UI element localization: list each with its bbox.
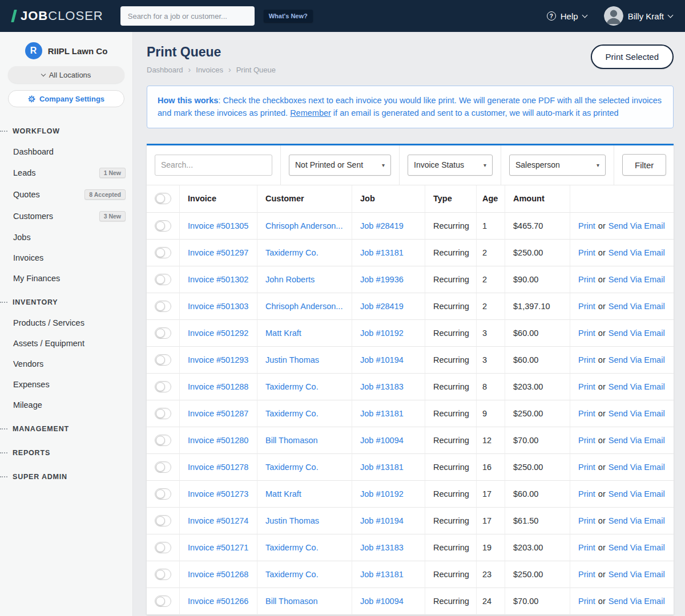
invoice-link[interactable]: Invoice #501305 <box>188 221 248 230</box>
invoice-link[interactable]: Invoice #501273 <box>188 489 248 499</box>
send-via-email-link[interactable]: Send Via Email <box>609 329 665 338</box>
customer-link[interactable]: Taxidermy Co. <box>265 543 319 552</box>
company-settings-button[interactable]: Company Settings <box>8 90 124 107</box>
sidebar-section-header[interactable]: MANAGEMENT <box>0 419 132 439</box>
job-link[interactable]: Job #13181 <box>360 248 404 257</box>
row-select-toggle[interactable] <box>155 408 171 419</box>
customer-link[interactable]: Taxidermy Co. <box>265 382 319 391</box>
invoice-link[interactable]: Invoice #501271 <box>188 543 248 552</box>
job-link[interactable]: Job #13183 <box>360 382 404 391</box>
job-link[interactable]: Job #13181 <box>360 570 404 579</box>
customer-link[interactable]: Taxidermy Co. <box>265 248 319 257</box>
invoice-link[interactable]: Invoice #501278 <box>188 463 248 472</box>
send-via-email-link[interactable]: Send Via Email <box>609 570 665 579</box>
filter-button[interactable]: Filter <box>622 154 666 176</box>
print-link[interactable]: Print <box>578 516 595 525</box>
invoice-status-select[interactable]: Invoice Status ▾ <box>408 155 493 176</box>
sidebar-item-leads[interactable]: Leads 1 New <box>0 162 132 184</box>
row-select-toggle[interactable] <box>155 515 171 526</box>
invoice-link[interactable]: Invoice #501280 <box>188 436 248 445</box>
send-via-email-link[interactable]: Send Via Email <box>609 382 665 391</box>
sidebar-item-vendors[interactable]: Vendors <box>0 354 132 374</box>
job-link[interactable]: Job #13183 <box>360 543 404 552</box>
job-link[interactable]: Job #28419 <box>360 302 404 311</box>
print-link[interactable]: Print <box>578 436 595 445</box>
invoice-link[interactable]: Invoice #501302 <box>188 275 248 284</box>
sidebar-section-header[interactable]: WORKFLOW <box>0 121 132 141</box>
send-via-email-link[interactable]: Send Via Email <box>609 221 665 230</box>
send-via-email-link[interactable]: Send Via Email <box>609 409 665 418</box>
job-link[interactable]: Job #19936 <box>360 275 404 284</box>
sidebar-item-jobs[interactable]: Jobs <box>0 227 132 248</box>
print-link[interactable]: Print <box>578 543 595 552</box>
send-via-email-link[interactable]: Send Via Email <box>609 597 665 606</box>
row-select-toggle[interactable] <box>155 488 171 500</box>
customer-link[interactable]: Bill Thomason <box>265 436 318 445</box>
send-via-email-link[interactable]: Send Via Email <box>609 275 665 284</box>
row-select-toggle[interactable] <box>155 595 171 607</box>
user-menu[interactable]: Billy Kraft <box>604 6 672 26</box>
row-select-toggle[interactable] <box>155 220 171 232</box>
print-link[interactable]: Print <box>578 302 595 311</box>
print-link[interactable]: Print <box>578 248 595 257</box>
job-link[interactable]: Job #10194 <box>360 516 404 525</box>
send-via-email-link[interactable]: Send Via Email <box>609 516 665 525</box>
breadcrumb-invoices[interactable]: Invoices <box>196 66 223 74</box>
invoice-link[interactable]: Invoice #501292 <box>188 329 248 338</box>
send-via-email-link[interactable]: Send Via Email <box>609 355 665 364</box>
printed-status-select[interactable]: Not Printed or Sent ▾ <box>289 155 391 176</box>
row-select-toggle[interactable] <box>155 354 171 366</box>
global-search-input[interactable] <box>120 6 255 26</box>
print-link[interactable]: Print <box>578 570 595 579</box>
send-via-email-link[interactable]: Send Via Email <box>609 436 665 445</box>
customer-link[interactable]: Justin Thomas <box>265 516 319 525</box>
row-select-toggle[interactable] <box>155 542 171 553</box>
customer-link[interactable]: Matt Kraft <box>265 329 301 338</box>
customer-link[interactable]: Chrisoph Anderson... <box>265 221 342 230</box>
salesperson-select[interactable]: Salesperson ▾ <box>509 155 606 176</box>
invoice-link[interactable]: Invoice #501293 <box>188 355 248 364</box>
company-block[interactable]: R RIIPL Lawn Co <box>0 42 132 59</box>
send-via-email-link[interactable]: Send Via Email <box>609 543 665 552</box>
sidebar-item-invoices[interactable]: Invoices <box>0 248 132 268</box>
invoice-link[interactable]: Invoice #501287 <box>188 409 248 418</box>
print-link[interactable]: Print <box>578 329 595 338</box>
app-logo[interactable]: JOBCLOSER <box>13 9 103 23</box>
row-select-toggle[interactable] <box>155 381 171 392</box>
customer-link[interactable]: Taxidermy Co. <box>265 409 319 418</box>
sidebar-item-customers[interactable]: Customers 3 New <box>0 205 132 227</box>
print-link[interactable]: Print <box>578 275 595 284</box>
row-select-toggle[interactable] <box>155 461 171 473</box>
customer-link[interactable]: Taxidermy Co. <box>265 463 319 472</box>
select-all-toggle[interactable] <box>155 193 171 204</box>
row-select-toggle[interactable] <box>155 274 171 285</box>
invoice-link[interactable]: Invoice #501266 <box>188 597 248 606</box>
sidebar-item-products-services[interactable]: Products / Services <box>0 313 132 333</box>
all-locations-dropdown[interactable]: All Locations <box>8 66 124 83</box>
customer-link[interactable]: Justin Thomas <box>265 355 319 364</box>
job-link[interactable]: Job #13181 <box>360 463 404 472</box>
row-select-toggle[interactable] <box>155 301 171 312</box>
customer-link[interactable]: John Roberts <box>265 275 315 284</box>
sidebar-item-mileage[interactable]: Mileage <box>0 395 132 415</box>
sidebar-item-assets-equipment[interactable]: Assets / Equipment <box>0 333 132 354</box>
invoice-link[interactable]: Invoice #501274 <box>188 516 248 525</box>
row-select-toggle[interactable] <box>155 327 171 339</box>
row-select-toggle[interactable] <box>155 435 171 446</box>
table-search-input[interactable] <box>155 155 272 176</box>
print-selected-button[interactable]: Print Selected <box>591 44 674 69</box>
whats-new-badge[interactable]: What's New? <box>264 10 313 22</box>
job-link[interactable]: Job #10194 <box>360 355 404 364</box>
customer-link[interactable]: Bill Thomason <box>265 597 318 606</box>
sidebar-item-my-finances[interactable]: My Finances <box>0 268 132 289</box>
invoice-link[interactable]: Invoice #501288 <box>188 382 248 391</box>
invoice-link[interactable]: Invoice #501268 <box>188 570 248 579</box>
print-link[interactable]: Print <box>578 463 595 472</box>
sidebar-section-header[interactable]: SUPER ADMIN <box>0 467 132 487</box>
print-link[interactable]: Print <box>578 489 595 499</box>
print-link[interactable]: Print <box>578 409 595 418</box>
sidebar-item-dashboard[interactable]: Dashboard <box>0 141 132 162</box>
sidebar-item-quotes[interactable]: Quotes 8 Accepted <box>0 184 132 205</box>
row-select-toggle[interactable] <box>155 247 171 258</box>
row-select-toggle[interactable] <box>155 569 171 580</box>
